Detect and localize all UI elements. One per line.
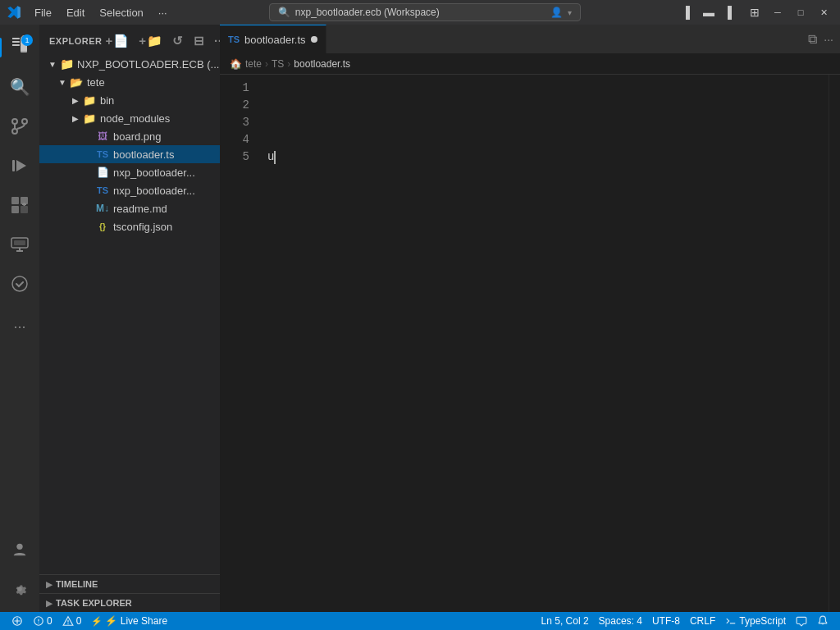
panel-toggle-btn[interactable]: ▬ xyxy=(699,2,719,22)
tete-label: tete xyxy=(87,76,105,89)
minimize-button[interactable]: ─ xyxy=(768,2,788,22)
main-layout: 1 🔍 xyxy=(0,25,840,612)
sidebar-more-icon[interactable]: ··· xyxy=(211,32,220,50)
tree-item-nxp-bootloader-2[interactable]: ▶ TS nxp_bootloader... xyxy=(39,181,220,199)
status-language-item[interactable]: TypeScript xyxy=(720,612,791,630)
status-eol-item[interactable]: CRLF xyxy=(685,612,720,630)
breadcrumb-sep-1: › xyxy=(265,58,268,70)
tete-folder-icon: 📂 xyxy=(69,75,84,89)
grid-layout-btn[interactable]: ⊞ xyxy=(745,2,765,22)
live-share-label: ⚡ Live Share xyxy=(105,615,167,627)
warning-count: 0 xyxy=(76,615,82,627)
workspace-icon: 📁 xyxy=(59,57,74,71)
tree-item-bootloader-ts[interactable]: ▶ TS bootloader.ts xyxy=(39,145,220,163)
activity-scm-icon[interactable] xyxy=(0,107,39,146)
svg-rect-2 xyxy=(12,41,20,43)
status-bar: 0 0 ⚡ ⚡ Live Share Ln 5, Col 2 Spaces: 4… xyxy=(0,612,840,630)
tasks-icon xyxy=(10,274,30,294)
timeline-panel: ▶ TIMELINE xyxy=(39,574,220,593)
tree-item-bin[interactable]: ▶ 📁 bin xyxy=(39,91,220,109)
svg-rect-3 xyxy=(12,44,20,46)
activity-run-icon[interactable] xyxy=(0,146,39,185)
tree-item-node-modules[interactable]: ▶ 📁 node_modules xyxy=(39,109,220,127)
readme-label: readme.md xyxy=(113,203,167,215)
task-explorer-panel-header[interactable]: ▶ TASK EXPLORER xyxy=(39,594,220,612)
status-errors-item[interactable]: 0 xyxy=(28,612,57,630)
node-modules-arrow-icon: ▶ xyxy=(69,114,82,123)
activity-tasks-icon[interactable] xyxy=(0,264,39,304)
editor-more-icon[interactable]: ··· xyxy=(824,33,833,46)
svg-point-5 xyxy=(22,119,27,124)
sidebar-toggle-btn[interactable]: ▐ xyxy=(676,2,696,22)
readme-md-icon: M↓ xyxy=(95,201,110,216)
status-feedback-item[interactable] xyxy=(791,612,812,630)
status-spaces-item[interactable]: Spaces: 4 xyxy=(594,612,647,630)
breadcrumb: 🏠 tete › TS › bootloader.ts xyxy=(220,53,840,75)
position-label: Ln 5, Col 2 xyxy=(541,615,589,627)
sidebar-title: EXPLORER xyxy=(49,36,103,46)
board-png-icon: 🖼 xyxy=(95,129,110,144)
activity-accounts-icon[interactable] xyxy=(0,530,39,569)
sidebar-new-file-icon[interactable]: +📄 xyxy=(103,32,133,50)
status-warnings-item[interactable]: 0 xyxy=(57,612,87,630)
account-icon: 👤 xyxy=(550,7,563,18)
global-search-box[interactable]: 🔍 nxp_bootloader.ecb (Workspace) 👤 ▾ xyxy=(269,3,581,21)
sidebar-new-folder-icon[interactable]: +📁 xyxy=(135,32,166,50)
activity-explorer-icon[interactable]: 1 xyxy=(0,28,39,67)
activity-search-icon[interactable]: 🔍 xyxy=(0,67,39,107)
explorer-badge: 1 xyxy=(21,34,33,46)
workspace-arrow-icon: ▼ xyxy=(46,60,59,69)
tsconfig-label: tsconfig.json xyxy=(113,221,172,233)
status-encoding-item[interactable]: UTF-8 xyxy=(647,612,685,630)
menu-more[interactable]: ··· xyxy=(152,5,174,21)
remote-explorer-icon xyxy=(10,235,30,254)
activity-remote-icon[interactable] xyxy=(0,225,39,264)
tab-bootloader-ts[interactable]: TS bootloader.ts xyxy=(220,25,326,53)
error-count: 0 xyxy=(47,615,52,627)
svg-marker-8 xyxy=(16,160,26,171)
breadcrumb-tete[interactable]: tete xyxy=(245,58,262,70)
sidebar-collapse-icon[interactable]: ⊟ xyxy=(190,32,208,50)
status-live-share-item[interactable]: ⚡ ⚡ Live Share xyxy=(86,612,172,630)
workspace-root[interactable]: ▼ 📁 NXP_BOOTLOADER.ECB (... xyxy=(39,55,220,73)
status-remote-item[interactable] xyxy=(7,612,28,630)
code-content[interactable]: u xyxy=(261,75,829,612)
tree-item-board-png[interactable]: ▶ 🖼 board.png xyxy=(39,127,220,145)
window-controls: ▐ ▬ ▌ ⊞ ─ □ ✕ xyxy=(676,2,833,22)
timeline-panel-header[interactable]: ▶ TIMELINE xyxy=(39,575,220,593)
menu-selection[interactable]: Selection xyxy=(93,5,149,21)
timeline-arrow-icon: ▶ xyxy=(46,580,52,589)
ellipsis-icon: ··· xyxy=(13,318,25,336)
tree-item-tsconfig-json[interactable]: ▶ {} tsconfig.json xyxy=(39,217,220,235)
menu-edit[interactable]: Edit xyxy=(60,5,91,21)
maximize-button[interactable]: □ xyxy=(791,2,810,22)
tab-bar: TS bootloader.ts ⧉ ··· xyxy=(220,25,840,53)
activity-settings-icon[interactable] xyxy=(0,569,39,609)
breadcrumb-file[interactable]: bootloader.ts xyxy=(294,58,350,70)
right-panel-btn[interactable]: ▌ xyxy=(722,2,742,22)
tab-dirty-indicator xyxy=(311,36,317,43)
live-share-icon: ⚡ xyxy=(91,616,103,627)
svg-point-28 xyxy=(67,623,68,624)
tsconfig-json-icon: {} xyxy=(95,219,110,234)
status-notifications-item[interactable] xyxy=(812,612,833,630)
chevron-down-icon: ▾ xyxy=(568,8,572,17)
svg-rect-12 xyxy=(11,206,19,213)
code-editor[interactable]: 1 2 3 4 5 u xyxy=(220,75,840,612)
tab-label: bootloader.ts xyxy=(244,34,305,46)
nxp2-ts-icon: TS xyxy=(95,183,110,198)
breadcrumb-ts[interactable]: TS xyxy=(272,58,284,70)
editor-layout-icon[interactable]: ⧉ xyxy=(808,32,817,47)
close-button[interactable]: ✕ xyxy=(814,2,833,22)
task-explorer-panel: ▶ TASK EXPLORER xyxy=(39,593,220,612)
search-activity-icon: 🔍 xyxy=(10,77,30,97)
tree-item-readme-md[interactable]: ▶ M↓ readme.md xyxy=(39,199,220,217)
activity-more-icon[interactable]: ··· xyxy=(0,307,39,346)
tree-item-nxp-bootloader-1[interactable]: ▶ 📄 nxp_bootloader... xyxy=(39,163,220,181)
status-position-item[interactable]: Ln 5, Col 2 xyxy=(536,612,594,630)
sidebar-refresh-icon[interactable]: ↺ xyxy=(169,32,187,50)
tree-item-tete[interactable]: ▼ 📂 tete xyxy=(39,73,220,91)
svg-rect-10 xyxy=(11,197,19,204)
activity-extensions-icon[interactable] xyxy=(0,185,39,225)
menu-file[interactable]: File xyxy=(28,5,58,21)
